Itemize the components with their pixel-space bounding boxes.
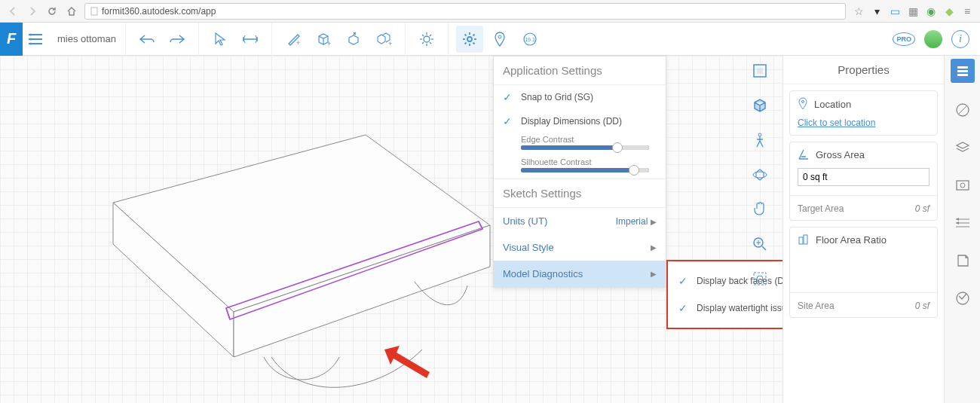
svg-rect-0 xyxy=(91,8,97,15)
gross-area-title: Gross Area xyxy=(816,149,865,160)
chevron-right-icon: ▶ xyxy=(651,243,657,252)
svg-line-16 xyxy=(430,42,431,44)
modify-tool[interactable] xyxy=(340,26,367,53)
svg-marker-37 xyxy=(384,346,430,378)
extension-icons: ☆ ▾ ▭ ▦ ◉ ◆ ≡ xyxy=(852,5,974,18)
3d-view-button[interactable] xyxy=(749,95,770,116)
walkthrough-button[interactable] xyxy=(749,130,770,151)
collaboration-tab[interactable] xyxy=(952,288,973,309)
energy-tool[interactable]: 19.1 xyxy=(516,26,544,53)
levels-tab[interactable] xyxy=(952,212,973,234)
menu-icon[interactable]: ≡ xyxy=(960,5,974,18)
site-area-value: 0 sf xyxy=(915,301,929,311)
svg-line-15 xyxy=(422,35,424,36)
svg-rect-53 xyxy=(957,74,968,76)
url-text: formit360.autodesk.com/app xyxy=(102,6,216,17)
silhouette-contrast-slider[interactable]: Silhouette Contrast xyxy=(494,156,666,179)
model-diagnostics-label: Model Diagnostics xyxy=(503,268,583,279)
star-icon[interactable]: ☆ xyxy=(852,5,865,18)
svg-rect-51 xyxy=(957,66,968,69)
svg-text:+: + xyxy=(296,39,300,47)
units-label: Units (UT) xyxy=(503,215,547,227)
group-tool[interactable]: + xyxy=(370,26,397,53)
content-library-tab[interactable] xyxy=(952,250,973,271)
ext-icon-1[interactable]: ▭ xyxy=(888,5,902,18)
home-button[interactable] xyxy=(65,5,78,18)
svg-rect-52 xyxy=(957,70,968,72)
svg-line-17 xyxy=(430,35,431,36)
visual-style-label: Visual Style xyxy=(503,242,554,253)
set-location-link[interactable]: Click to set location xyxy=(798,118,875,128)
svg-marker-61 xyxy=(956,221,959,224)
url-bar[interactable]: formit360.autodesk.com/app xyxy=(84,3,846,20)
gross-area-input[interactable] xyxy=(798,168,929,186)
units-row[interactable]: Units (UT) Imperial ▶ xyxy=(494,208,666,234)
svg-point-19 xyxy=(467,37,472,41)
page-icon xyxy=(90,7,99,16)
info-button[interactable]: i xyxy=(951,30,969,48)
check-icon: ✓ xyxy=(503,91,513,103)
layers-tab[interactable] xyxy=(952,137,973,158)
model-diagnostics-row[interactable]: Model Diagnostics ▶ xyxy=(494,261,666,287)
properties-header: Properties xyxy=(783,56,944,84)
select-tool[interactable] xyxy=(207,26,234,53)
svg-point-6 xyxy=(30,42,32,44)
location-tool[interactable] xyxy=(486,26,513,53)
edge-contrast-slider[interactable]: Edge Contrast xyxy=(494,133,666,156)
pocket-icon[interactable]: ▾ xyxy=(870,5,884,18)
settings-button[interactable] xyxy=(456,26,483,53)
sun-tool[interactable] xyxy=(413,26,440,53)
arrow-annotation xyxy=(377,342,437,387)
svg-point-56 xyxy=(960,183,965,188)
zoom-fit-button[interactable] xyxy=(749,268,770,289)
ext-icon-2[interactable]: ▦ xyxy=(906,5,920,18)
location-card: Location Click to set location xyxy=(789,90,938,136)
svg-line-26 xyxy=(473,34,475,35)
ext-icon-4[interactable]: ◆ xyxy=(942,5,956,18)
undo-button[interactable] xyxy=(133,26,161,53)
orbit-button[interactable] xyxy=(749,164,770,185)
browser-toolbar: formit360.autodesk.com/app ☆ ▾ ▭ ▦ ◉ ◆ ≡ xyxy=(0,0,980,23)
site-area-label: Site Area xyxy=(798,301,835,311)
svg-point-47 xyxy=(757,276,763,282)
dims-label: Display Dimensions (DD) xyxy=(521,116,622,127)
settings-panel: Application Settings ✓Snap to Grid (SG) … xyxy=(493,56,666,288)
far-card: Floor Area Ratio Site Area0 sf xyxy=(789,227,938,318)
zoom-button[interactable] xyxy=(749,234,770,255)
reload-button[interactable] xyxy=(45,5,59,18)
properties-tab[interactable] xyxy=(951,59,975,83)
svg-rect-39 xyxy=(757,68,763,74)
visual-style-row[interactable]: Visual Style ▶ xyxy=(494,234,666,261)
svg-line-18 xyxy=(422,42,424,44)
user-avatar[interactable] xyxy=(924,30,942,48)
app-logo[interactable]: F xyxy=(0,23,23,56)
pan-button[interactable] xyxy=(749,199,770,220)
materials-tab[interactable] xyxy=(952,99,973,121)
display-dimensions-toggle[interactable]: ✓Display Dimensions (DD) xyxy=(494,109,666,133)
units-value: Imperial xyxy=(616,216,648,227)
snap-to-grid-toggle[interactable]: ✓Snap to Grid (SG) xyxy=(494,85,666,109)
file-menu-button[interactable] xyxy=(23,23,48,56)
svg-point-41 xyxy=(753,172,767,178)
project-name[interactable]: mies ottoman xyxy=(48,23,126,56)
ext-icon-3[interactable]: ◉ xyxy=(924,5,938,18)
measure-tool[interactable] xyxy=(237,26,264,53)
sketch-tool[interactable]: + xyxy=(280,26,307,53)
back-button[interactable] xyxy=(6,5,20,18)
svg-line-43 xyxy=(762,246,766,250)
primitive-tool[interactable]: + xyxy=(310,26,337,53)
svg-text:19.1: 19.1 xyxy=(525,37,535,42)
forward-button[interactable] xyxy=(26,5,39,18)
svg-line-24 xyxy=(465,34,467,35)
properties-panel: Properties Location Click to set locatio… xyxy=(782,56,944,403)
svg-rect-49 xyxy=(799,237,803,244)
scenes-tab[interactable] xyxy=(952,175,973,196)
sketch-settings-header: Sketch Settings xyxy=(494,179,666,208)
check-icon: ✓ xyxy=(503,115,513,127)
snap-label: Snap to Grid (SG) xyxy=(521,92,593,102)
svg-point-10 xyxy=(424,36,430,42)
pin-icon xyxy=(798,97,808,111)
edge-label: Edge Contrast xyxy=(521,135,657,144)
redo-button[interactable] xyxy=(164,26,191,53)
top-view-button[interactable] xyxy=(749,60,770,81)
